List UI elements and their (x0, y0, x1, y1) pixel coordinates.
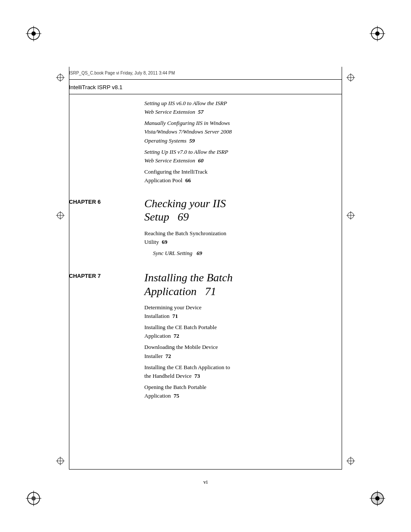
entry-downloading-cont: Installer 72 (144, 353, 171, 359)
entry-determining-cont: Installation 71 (144, 313, 178, 319)
entry-iis-v6-text: Setting up IIS v6.0 to Allow the ISRP (144, 100, 227, 106)
crosshair-top-right (346, 73, 355, 82)
entry-opening-batch-text: Opening the Batch Portable (144, 384, 206, 390)
entry-iis-v7: Setting Up IIS v7.0 to Allow the ISRP We… (144, 148, 342, 165)
chapter-7-label: CHAPTER 7 (69, 271, 144, 403)
page-number: vi (203, 479, 208, 485)
chapter-6-entries: Reaching the Batch Synchronization Utili… (144, 229, 226, 258)
entry-iis-v6-cont: Web Service Extension 57 (144, 109, 203, 115)
page: ISRP_QS_C.book Page vi Friday, July 8, 2… (0, 0, 411, 532)
chapter-6-label: CHAPTER 6 (69, 197, 144, 259)
entry-opening-batch: Opening the Batch Portable Application 7… (144, 383, 233, 400)
chapter-7-title: Installing the BatchApplication 71 (144, 271, 233, 298)
chapter-7-right: Installing the BatchApplication 71 Deter… (144, 271, 233, 403)
chapter-6-right: Checking your IISSetup 69 Reaching the B… (144, 197, 226, 259)
chapter-6-title: Checking your IISSetup 69 (144, 197, 226, 224)
entry-downloading-mobile: Downloading the Mobile Device Installer … (144, 343, 233, 360)
book-title: IntelliTrack ISRP v8.1 (69, 84, 122, 90)
entry-determining-device: Determining your Device Installation 71 (144, 303, 233, 320)
corner-mark-tl (26, 26, 41, 41)
chapter-6-block: CHAPTER 6 Checking your IISSetup 69 Reac… (69, 197, 342, 259)
svg-point-11 (31, 496, 36, 501)
entry-downloading-text: Downloading the Mobile Device (144, 344, 218, 350)
svg-point-3 (31, 31, 36, 36)
chapter-7-page: 71 (205, 285, 216, 298)
entry-iis-v7-cont: Web Service Extension 60 (144, 157, 203, 164)
entry-manually-text: Manually Configuring IIS in Windows (144, 120, 230, 126)
entry-installing-handheld: Installing the CE Batch Application to t… (144, 363, 233, 380)
entry-sync-url-text: Sync URL Setting 69 (153, 250, 202, 256)
header-bar: ISRP_QS_C.book Page vi Friday, July 8, 2… (69, 67, 342, 80)
entry-manually-cont: Vista/Windows 7/Windows Server 2008 (144, 128, 232, 135)
entry-determining-text: Determining your Device (144, 304, 202, 311)
entry-sync-url: Sync URL Setting 69 (153, 249, 226, 258)
corner-mark-br (370, 491, 385, 506)
header-rule (69, 94, 342, 94)
entry-installing-handheld-cont: the Handheld Device 73 (144, 373, 200, 379)
crosshair-bot-right (346, 457, 355, 465)
entry-installing-ce: Installing the CE Batch Portable Applica… (144, 323, 233, 340)
entry-iis-v6: Setting up IIS v6.0 to Allow the ISRP We… (144, 99, 342, 116)
corner-mark-tr (370, 26, 385, 41)
top-entries: Setting up IIS v6.0 to Allow the ISRP We… (144, 99, 342, 185)
crosshair-mid-left (56, 211, 65, 220)
svg-point-16 (371, 492, 383, 504)
entry-installing-handheld-text: Installing the CE Batch Application to (144, 364, 230, 370)
svg-point-7 (375, 31, 380, 36)
entry-manually-conf: Manually Configuring IIS in Windows Vist… (144, 119, 342, 145)
entry-installing-ce-cont: Application 72 (144, 333, 179, 339)
entry-reaching-batch-text: Reaching the Batch Synchronization (144, 230, 226, 236)
entry-iis-v7-text: Setting Up IIS v7.0 to Allow the ISRP (144, 149, 228, 155)
file-info: ISRP_QS_C.book Page vi Friday, July 8, 2… (69, 71, 175, 75)
entry-configuring-pool-text: Configuring the IntelliTrack (144, 168, 208, 175)
entry-opening-batch-cont: Application 75 (144, 392, 179, 399)
entry-installing-ce-text: Installing the CE Batch Portable (144, 324, 217, 330)
crosshair-top-left (56, 73, 65, 82)
chapter-6-page: 69 (177, 211, 189, 223)
chapter-7-entries: Determining your Device Installation 71 … (144, 303, 233, 400)
chapter-7-block: CHAPTER 7 Installing the BatchApplicatio… (69, 271, 342, 403)
entry-configuring-pool-cont: Application Pool 66 (144, 177, 191, 184)
entry-manually-cont2: Operating Systems 59 (144, 137, 195, 144)
entry-configuring-pool: Configuring the IntelliTrack Application… (144, 168, 342, 185)
entry-reaching-batch: Reaching the Batch Synchronization Utili… (144, 229, 226, 246)
corner-mark-bl (26, 491, 41, 506)
crosshair-mid-right (346, 211, 355, 220)
entry-reaching-batch-cont: Utility 69 (144, 239, 167, 245)
crosshair-bot-left (56, 457, 65, 465)
main-content: Setting up IIS v6.0 to Allow the ISRP We… (69, 99, 342, 470)
